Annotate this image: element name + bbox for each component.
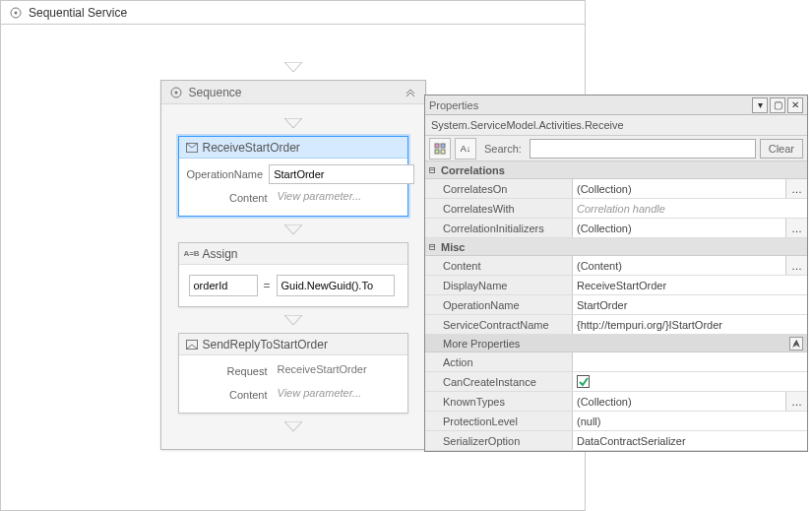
row-operation-name[interactable]: OperationName StartOrder <box>425 295 807 315</box>
properties-panel: Properties ▾ ▢ ✕ System.ServiceModel.Act… <box>424 95 808 452</box>
correlates-with-value[interactable]: Correlation handle <box>573 199 807 218</box>
properties-toolbar: A↓ Search: Clear <box>425 136 807 161</box>
collapse-toggle-icon[interactable]: ⊟ <box>429 240 439 253</box>
receive-activity[interactable]: ReceiveStartOrder OperationName Content … <box>178 136 408 217</box>
equals-label: = <box>264 279 271 292</box>
drop-target-arrow[interactable] <box>283 419 303 433</box>
svg-point-1 <box>15 11 18 14</box>
dropdown-icon[interactable]: ▾ <box>752 97 768 113</box>
envelope-reply-icon <box>185 338 199 351</box>
row-can-create-instance[interactable]: CanCreateInstance <box>425 372 807 392</box>
row-protection-level[interactable]: ProtectionLevel (null) <box>425 412 807 431</box>
drop-target-arrow[interactable] <box>283 116 303 130</box>
ellipsis-button[interactable]: … <box>785 256 807 275</box>
category-misc[interactable]: ⊟ Misc <box>425 238 807 256</box>
correlation-initializers-value[interactable]: (Collection) <box>573 219 785 237</box>
protection-level-value[interactable]: (null) <box>573 412 807 430</box>
assign-value-input[interactable] <box>277 275 395 296</box>
collapse-icon[interactable] <box>404 86 417 99</box>
category-correlations-label: Correlations <box>441 164 505 176</box>
drop-target-arrow[interactable] <box>283 313 303 327</box>
sequence-icon <box>169 86 183 99</box>
can-create-instance-value[interactable] <box>573 372 807 391</box>
category-misc-label: Misc <box>441 241 465 253</box>
svg-marker-8 <box>284 315 302 325</box>
content-label: Content <box>425 256 573 275</box>
known-types-value[interactable]: (Collection) <box>573 392 785 411</box>
row-correlates-on[interactable]: CorrelatesOn (Collection) … <box>425 179 807 199</box>
sendreply-request-row: Request ReceiveStartOrder <box>187 361 400 381</box>
correlation-initializers-label: CorrelationInitializers <box>425 219 573 237</box>
service-contract-name-value[interactable]: {http://tempuri.org/}IStartOrder <box>573 315 807 334</box>
clear-button[interactable]: Clear <box>760 139 803 159</box>
sequential-service-icon <box>9 6 23 20</box>
sendreply-activity[interactable]: SendReplyToStartOrder Request ReceiveSta… <box>178 333 408 414</box>
serializer-option-label: SerializerOption <box>425 431 573 450</box>
drop-target-arrow[interactable] <box>283 60 303 74</box>
sendreply-content-link[interactable]: View parameter... <box>274 385 400 405</box>
display-name-value[interactable]: ReceiveStartOrder <box>573 276 807 294</box>
sendreply-request-value: ReceiveStartOrder <box>274 361 400 381</box>
row-action[interactable]: Action <box>425 352 807 372</box>
row-display-name[interactable]: DisplayName ReceiveStartOrder <box>425 276 807 295</box>
sequence-body: ReceiveStartOrder OperationName Content … <box>161 104 425 449</box>
drop-target-arrow[interactable] <box>283 223 303 236</box>
search-input[interactable] <box>530 139 756 159</box>
svg-marker-7 <box>284 224 302 234</box>
receive-header[interactable]: ReceiveStartOrder <box>179 137 407 159</box>
row-correlates-with[interactable]: CorrelatesWith Correlation handle <box>425 199 807 219</box>
can-create-instance-checkbox[interactable] <box>577 375 590 388</box>
scroll-up-icon[interactable]: ⮝ <box>789 337 803 351</box>
correlates-on-label: CorrelatesOn <box>425 179 573 198</box>
display-name-label: DisplayName <box>425 276 573 294</box>
category-correlations[interactable]: ⊟ Correlations <box>425 161 807 179</box>
sequence-header[interactable]: Sequence <box>161 81 425 104</box>
svg-rect-12 <box>441 144 445 148</box>
categorized-view-icon[interactable] <box>429 138 451 160</box>
sendreply-content-row: Content View parameter... <box>187 385 400 405</box>
more-properties-row[interactable]: More Properties ⮝ <box>425 335 807 352</box>
action-label: Action <box>425 352 573 371</box>
row-known-types[interactable]: KnownTypes (Collection) … <box>425 392 807 412</box>
restore-icon[interactable]: ▢ <box>770 97 785 113</box>
sequence-activity[interactable]: Sequence ReceiveStartOrder <box>160 80 426 450</box>
receive-title: ReceiveStartOrder <box>203 141 300 155</box>
serializer-option-value[interactable]: DataContractSerializer <box>573 431 807 450</box>
operation-name-label: OperationName <box>187 168 264 180</box>
more-properties-label: More Properties <box>443 338 520 350</box>
row-serializer-option[interactable]: SerializerOption DataContractSerializer <box>425 431 807 451</box>
assign-header[interactable]: A=B Assign <box>179 243 407 265</box>
misc-grid: Content (Content) … DisplayName ReceiveS… <box>425 256 807 335</box>
alphabetical-sort-icon[interactable]: A↓ <box>455 138 476 160</box>
ellipsis-button[interactable]: … <box>785 219 807 237</box>
more-grid: Action CanCreateInstance KnownTypes (Col… <box>425 352 807 451</box>
operation-name-input[interactable] <box>269 164 414 184</box>
designer-root-header[interactable]: Sequential Service <box>1 1 585 25</box>
operation-name-grid-value[interactable]: StartOrder <box>573 295 807 314</box>
sendreply-request-label: Request <box>187 365 268 377</box>
content-value[interactable]: (Content) <box>573 256 785 275</box>
close-icon[interactable]: ✕ <box>787 97 803 113</box>
properties-titlebar[interactable]: Properties ▾ ▢ ✕ <box>425 96 807 115</box>
correlates-on-value[interactable]: (Collection) <box>573 179 785 198</box>
sendreply-content-label: Content <box>187 389 268 401</box>
action-value[interactable] <box>573 352 807 371</box>
svg-marker-2 <box>284 62 302 72</box>
correlations-grid: CorrelatesOn (Collection) … CorrelatesWi… <box>425 179 807 238</box>
protection-level-label: ProtectionLevel <box>425 412 573 430</box>
svg-point-4 <box>174 91 177 94</box>
assign-activity[interactable]: A=B Assign = <box>178 242 408 307</box>
service-contract-name-label: ServiceContractName <box>425 315 573 334</box>
row-correlation-initializers[interactable]: CorrelationInitializers (Collection) … <box>425 219 807 238</box>
receive-content-link[interactable]: View parameter... <box>274 188 400 208</box>
ellipsis-button[interactable]: … <box>785 392 807 411</box>
assign-icon: A=B <box>185 247 199 261</box>
known-types-label: KnownTypes <box>425 392 573 411</box>
sendreply-header[interactable]: SendReplyToStartOrder <box>179 334 407 355</box>
row-service-contract-name[interactable]: ServiceContractName {http://tempuri.org/… <box>425 315 807 335</box>
designer-root-title: Sequential Service <box>29 6 127 20</box>
assign-to-input[interactable] <box>189 275 258 296</box>
collapse-toggle-icon[interactable]: ⊟ <box>429 163 439 176</box>
ellipsis-button[interactable]: … <box>785 179 807 198</box>
row-content[interactable]: Content (Content) … <box>425 256 807 276</box>
